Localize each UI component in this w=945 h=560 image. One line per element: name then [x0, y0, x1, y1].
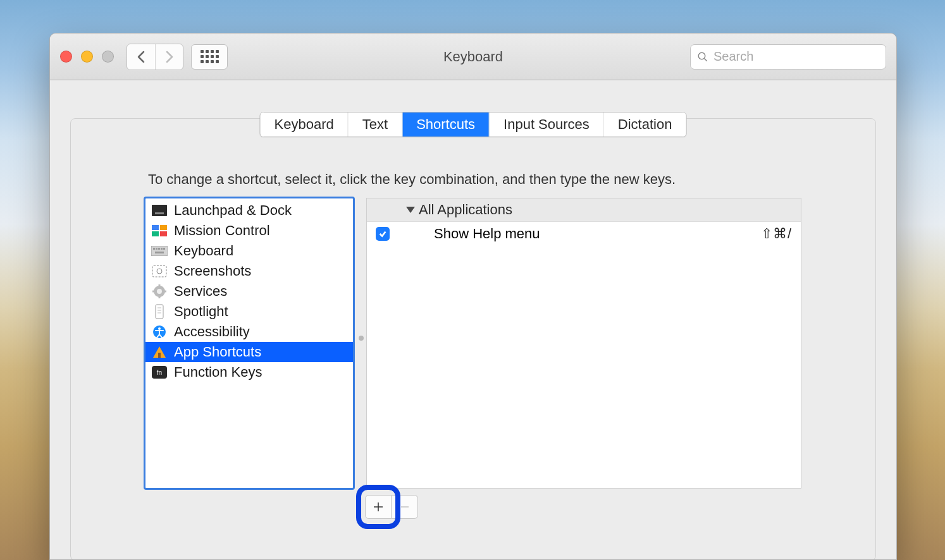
screenshots-icon: [151, 264, 168, 278]
category-label: Launchpad & Dock: [174, 202, 292, 219]
svg-text:fn: fn: [157, 369, 162, 376]
group-header-label: All Applications: [419, 202, 512, 218]
preferences-window: Keyboard Keyboard Text Shortcuts Input S…: [49, 33, 897, 560]
svg-rect-11: [158, 248, 160, 250]
minus-icon: [400, 502, 410, 512]
svg-point-18: [157, 289, 162, 294]
minimize-window-button[interactable]: [81, 51, 93, 63]
instruction-text: To change a shortcut, select it, click t…: [148, 171, 676, 188]
shortcut-combo[interactable]: ⇧⌘/: [761, 226, 792, 242]
svg-rect-3: [155, 212, 164, 214]
category-function-keys[interactable]: fn Function Keys: [145, 362, 354, 382]
tab-shortcuts[interactable]: Shortcuts: [402, 113, 490, 137]
category-screenshots[interactable]: Screenshots: [145, 261, 354, 281]
checkmark-icon: [378, 229, 387, 238]
category-mission-control[interactable]: Mission Control: [145, 221, 354, 241]
shortcut-enabled-checkbox[interactable]: [376, 227, 390, 241]
search-field-wrap[interactable]: [690, 44, 886, 70]
svg-rect-15: [152, 265, 166, 277]
category-app-shortcuts[interactable]: App Shortcuts: [145, 342, 354, 362]
add-shortcut-button[interactable]: [365, 495, 392, 519]
titlebar: Keyboard: [50, 33, 896, 80]
svg-line-1: [704, 58, 707, 61]
fn-icon: fn: [151, 365, 168, 379]
svg-rect-12: [161, 248, 163, 250]
add-remove-buttons: [365, 495, 418, 519]
svg-rect-10: [156, 248, 158, 250]
group-header[interactable]: All Applications: [367, 198, 801, 222]
category-keyboard[interactable]: Keyboard: [145, 241, 354, 261]
svg-point-28: [158, 327, 161, 330]
plus-icon: [373, 502, 383, 512]
chevron-left-icon: [137, 51, 145, 63]
svg-rect-6: [152, 231, 159, 236]
services-icon: [151, 284, 168, 298]
shortcut-detail-list[interactable]: All Applications Show Help menu ⇧⌘/: [366, 198, 801, 489]
spotlight-icon: [151, 305, 168, 319]
svg-rect-14: [155, 252, 164, 253]
category-label: Spotlight: [174, 303, 228, 320]
category-label: Screenshots: [174, 263, 251, 279]
tab-input-sources[interactable]: Input Sources: [490, 113, 604, 137]
launchpad-icon: [151, 204, 168, 217]
search-input[interactable]: [713, 49, 879, 64]
zoom-window-button[interactable]: [102, 51, 114, 63]
category-label: Mission Control: [174, 222, 270, 239]
traffic-lights: [60, 51, 114, 63]
category-label: Accessibility: [174, 324, 250, 340]
category-label: Services: [174, 283, 227, 300]
svg-rect-23: [156, 305, 163, 319]
accessibility-icon: [151, 325, 168, 339]
chevron-right-icon: [165, 51, 174, 63]
remove-shortcut-button[interactable]: [392, 495, 418, 519]
category-label: App Shortcuts: [174, 344, 261, 360]
close-window-button[interactable]: [60, 51, 72, 63]
search-icon: [697, 51, 708, 63]
lists-row: Launchpad & Dock Mission Control Keyboar…: [145, 198, 801, 489]
svg-rect-2: [152, 205, 167, 216]
category-accessibility[interactable]: Accessibility: [145, 322, 354, 342]
tab-bar: Keyboard Text Shortcuts Input Sources Di…: [260, 112, 687, 137]
category-list[interactable]: Launchpad & Dock Mission Control Keyboar…: [145, 198, 354, 489]
svg-rect-4: [152, 225, 159, 230]
category-launchpad-dock[interactable]: Launchpad & Dock: [145, 200, 354, 221]
category-services[interactable]: Services: [145, 281, 354, 301]
svg-point-16: [157, 269, 162, 274]
svg-rect-9: [153, 248, 155, 250]
category-label: Keyboard: [174, 243, 233, 259]
tab-keyboard[interactable]: Keyboard: [261, 113, 349, 137]
show-all-button[interactable]: [191, 44, 228, 70]
svg-point-0: [698, 52, 705, 59]
svg-rect-8: [151, 246, 168, 256]
nav-buttons: [127, 44, 183, 70]
tab-text[interactable]: Text: [349, 113, 402, 137]
svg-rect-5: [160, 225, 167, 230]
shortcut-label: Show Help menu: [434, 226, 540, 242]
svg-rect-7: [160, 231, 167, 236]
app-shortcuts-icon: [151, 345, 168, 359]
svg-rect-29: [158, 353, 161, 358]
category-spotlight[interactable]: Spotlight: [145, 301, 354, 322]
disclosure-triangle-icon[interactable]: [406, 207, 415, 213]
category-label: Function Keys: [174, 364, 262, 380]
grid-icon: [201, 50, 219, 63]
split-handle[interactable]: [359, 336, 364, 341]
back-button[interactable]: [127, 44, 155, 70]
keyboard-icon: [151, 244, 168, 258]
mission-control-icon: [151, 224, 168, 238]
shortcut-row[interactable]: Show Help menu ⇧⌘/: [367, 222, 801, 246]
tab-dictation[interactable]: Dictation: [604, 113, 686, 137]
svg-rect-13: [163, 248, 165, 250]
forward-button[interactable]: [155, 44, 183, 70]
